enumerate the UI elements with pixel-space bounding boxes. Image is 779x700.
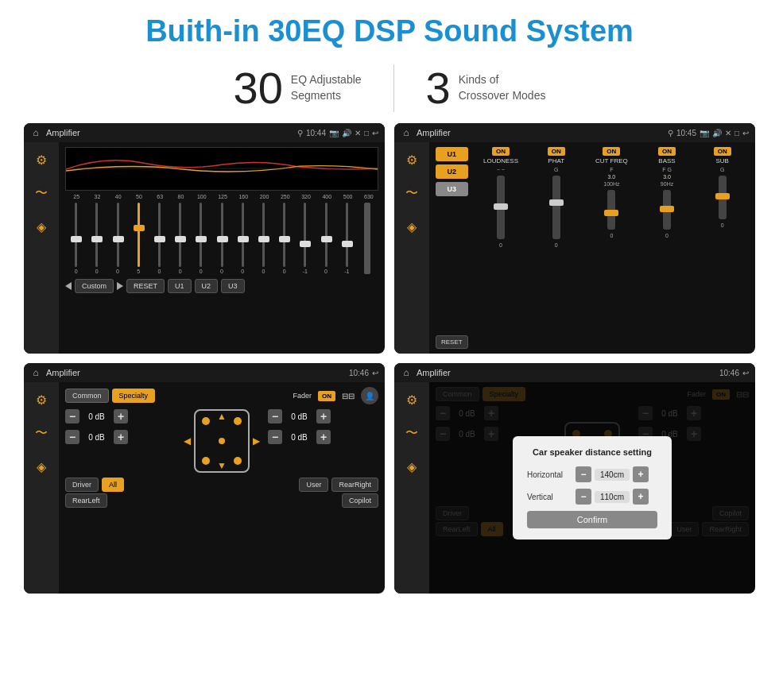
topbar-title-4: Amplifier [417, 368, 715, 377]
x-icon: ✕ [355, 129, 361, 137]
horizontal-minus-btn[interactable]: − [576, 466, 591, 482]
topbar-1: ⌂ Amplifier ⚲ 10:44 📷 🔊 ✕ □ ↩ [24, 123, 385, 142]
up-arrow[interactable]: ▲ [217, 411, 227, 422]
eq-slider-0[interactable]: 0 [67, 203, 85, 274]
cutfreq-slider[interactable] [607, 190, 615, 230]
cutfreq-label: CUT FREQ [595, 157, 628, 164]
all-btn[interactable]: All [102, 478, 124, 492]
bass-on[interactable]: ON [658, 147, 676, 156]
screen4-body: ⚙ 〜 ◈ Common Specialty Fader ON ⊟⊟ [394, 382, 755, 594]
fader-left: − 0 dB + − 0 dB + [65, 409, 176, 473]
screen1-sidebar: ⚙ 〜 ◈ [24, 142, 59, 354]
stats-row: 30 EQ Adjustable Segments 3 Kinds of Cro… [0, 56, 779, 123]
u1-btn[interactable]: U1 [168, 279, 192, 293]
speaker-icon-2[interactable]: ◈ [401, 215, 423, 238]
dialog-box: Car speaker distance setting Horizontal … [513, 436, 672, 540]
crossover-label: Kinds of Crossover Modes [459, 72, 546, 103]
sub-on[interactable]: ON [714, 147, 731, 156]
confirm-button[interactable]: Confirm [527, 511, 657, 528]
home-icon-3[interactable]: ⌂ [30, 367, 41, 378]
bass-slider[interactable] [663, 190, 671, 230]
vol-minus-0[interactable]: − [65, 409, 79, 423]
vol-plus-0[interactable]: + [114, 409, 128, 423]
speaker-icon-3[interactable]: ◈ [30, 455, 52, 478]
vertical-value: 110cm [595, 491, 630, 503]
screenshots-grid: ⌂ Amplifier ⚲ 10:44 📷 🔊 ✕ □ ↩ ⚙ 〜 ◈ [0, 123, 779, 594]
time-3: 10:46 [349, 369, 369, 377]
screen2-body: ⚙ 〜 ◈ U1 U2 U3 RESET ON LOUDNESS [394, 142, 755, 354]
back-icon-2[interactable]: ↩ [742, 129, 749, 137]
u1-amp-btn[interactable]: U1 [436, 147, 468, 161]
u3-amp-btn[interactable]: U3 [436, 182, 468, 196]
vol-plus-2[interactable]: + [316, 409, 331, 423]
reset-btn[interactable]: RESET [126, 279, 165, 293]
wave-icon-2[interactable]: 〜 [401, 182, 423, 204]
home-icon[interactable]: ⌂ [30, 127, 41, 138]
u2-amp-btn[interactable]: U2 [436, 164, 468, 179]
sub-slider[interactable] [719, 176, 727, 219]
vol-minus-1[interactable]: − [65, 430, 79, 444]
u2-btn[interactable]: U2 [195, 279, 219, 293]
location-icon-2: ⚲ [668, 129, 673, 137]
volume-icon: 🔊 [342, 129, 351, 137]
fader-person-icon: 👤 [361, 387, 378, 404]
fader-top-row: Common Specialty Fader ON ⊟⊟ 👤 [65, 387, 378, 404]
next-arrow[interactable] [117, 282, 123, 290]
custom-btn[interactable]: Custom [75, 279, 114, 293]
eq-icon-2[interactable]: ⚙ [401, 149, 423, 171]
speaker-br [234, 457, 242, 465]
down-arrow[interactable]: ▼ [217, 460, 227, 471]
loudness-on[interactable]: ON [492, 147, 510, 156]
cutfreq-on[interactable]: ON [603, 147, 620, 156]
eq-sliders: 0 0 0 5 0 [65, 203, 378, 274]
back-icon[interactable]: ↩ [372, 129, 378, 137]
volume-icon-2: 🔊 [712, 129, 722, 137]
eq-icon-4[interactable]: ⚙ [401, 389, 423, 411]
specialty-tab[interactable]: Specialty [112, 389, 156, 403]
back-icon-3[interactable]: ↩ [372, 369, 378, 377]
rear-left-btn[interactable]: RearLeft [65, 493, 107, 508]
common-tab[interactable]: Common [65, 389, 109, 403]
vertical-label: Vertical [527, 493, 571, 501]
vol-minus-3[interactable]: − [268, 430, 282, 444]
screen3-sidebar: ⚙ 〜 ◈ [24, 382, 59, 594]
home-icon-4[interactable]: ⌂ [401, 367, 412, 378]
reset-amp-btn[interactable]: RESET [436, 335, 468, 349]
u3-btn[interactable]: U3 [221, 279, 245, 293]
screen3-bottom: Driver All User RearRight [65, 478, 378, 492]
window-icon-2: □ [734, 129, 739, 137]
topbar-icons-1: ⚲ 10:44 📷 🔊 ✕ □ ↩ [297, 129, 378, 137]
loudness-slider[interactable] [497, 176, 505, 239]
wave-icon[interactable]: 〜 [30, 182, 52, 204]
left-arrow[interactable]: ◀ [184, 435, 191, 447]
dialog-horizontal-row: Horizontal − 140cm + [527, 466, 657, 482]
speaker-icon[interactable]: ◈ [30, 215, 52, 238]
topbar-title-2: Amplifier [417, 128, 663, 137]
rear-right-btn[interactable]: RearRight [331, 478, 378, 492]
horizontal-value: 140cm [595, 469, 630, 481]
vol-row-0: − 0 dB + [65, 409, 176, 423]
vertical-plus-btn[interactable]: + [633, 489, 649, 505]
eq-icon[interactable]: ⚙ [30, 149, 52, 171]
vertical-minus-btn[interactable]: − [576, 489, 591, 505]
right-arrow[interactable]: ▶ [253, 435, 260, 447]
phat-on[interactable]: ON [548, 147, 565, 156]
vol-plus-3[interactable]: + [316, 430, 331, 444]
copilot-btn[interactable]: Copilot [342, 493, 378, 508]
vol-minus-2[interactable]: − [268, 409, 282, 423]
sub-col: ON SUB G 0 [696, 147, 749, 349]
driver-btn[interactable]: Driver [65, 478, 99, 492]
home-icon-2[interactable]: ⌂ [401, 127, 412, 138]
user-btn[interactable]: User [299, 478, 328, 492]
screen4-sidebar: ⚙ 〜 ◈ [394, 382, 429, 594]
vol-plus-1[interactable]: + [114, 430, 128, 444]
phat-slider[interactable] [552, 176, 560, 239]
prev-arrow[interactable] [65, 282, 72, 290]
wave-icon-3[interactable]: 〜 [30, 422, 52, 444]
horizontal-plus-btn[interactable]: + [633, 466, 649, 482]
eq-icon-3[interactable]: ⚙ [30, 389, 52, 411]
back-icon-4[interactable]: ↩ [742, 369, 749, 377]
speaker-icon-4[interactable]: ◈ [401, 455, 423, 478]
speaker-tr [234, 417, 242, 425]
wave-icon-4[interactable]: 〜 [401, 422, 423, 444]
